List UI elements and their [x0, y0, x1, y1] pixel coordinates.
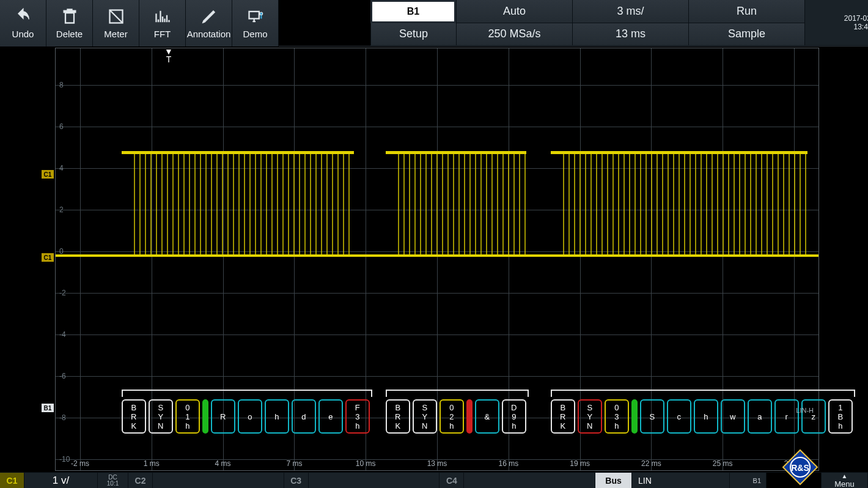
decoded-cell: 03h [605, 399, 629, 434]
sample-rate-cell[interactable]: 250 MSa/s [456, 23, 572, 46]
datetime-cell: 2017-02-08 13:49 [804, 0, 868, 46]
c4-spacer [464, 473, 595, 488]
decoded-cell: h [265, 399, 289, 434]
annotation-button[interactable]: Annotation [186, 0, 232, 46]
meter-icon [108, 8, 125, 25]
decoded-cell: S [640, 399, 664, 434]
channel-c3-button[interactable]: C3 [284, 473, 309, 488]
run-state-cell[interactable]: Run [688, 0, 804, 23]
c1-vdiv[interactable]: 1 v/ [24, 473, 98, 488]
bottom-bar: C1 1 v/ DC 10:1 C2 C3 C4 Bus LIN B1 R&S … [0, 472, 868, 488]
undo-label: Undo [12, 29, 34, 39]
decoded-cell: F3h [345, 399, 370, 434]
bus-b1-sup: B1 [730, 473, 767, 488]
channel-c2-button[interactable]: C2 [128, 473, 153, 488]
decoded-cell: 1Bh [828, 399, 853, 434]
decoded-cell: 01h [175, 399, 200, 434]
toolbar-spacer [279, 0, 334, 46]
decoded-cell: d [292, 399, 316, 434]
pencil-icon [200, 8, 218, 25]
decoded-frame[interactable]: BRKSYN02h&D9h [386, 399, 526, 434]
channel-c4-button[interactable]: C4 [440, 473, 464, 488]
decoded-cell [631, 399, 638, 434]
decoded-cell: SYN [578, 399, 602, 434]
probe-label: 10:1 [107, 481, 119, 487]
demo-label: Demo [243, 29, 267, 39]
menu-button[interactable]: ▲ Menu [822, 473, 868, 488]
svg-point-2 [260, 12, 263, 15]
meter-label: Meter [104, 29, 127, 39]
time-label: 13:49 [853, 23, 868, 31]
decoded-cell: BRK [122, 399, 146, 434]
decoded-cell: e [318, 399, 343, 434]
decoded-cell: z [801, 399, 826, 434]
decoded-cell: w [721, 399, 745, 434]
menu-label: Menu [834, 479, 855, 489]
brand-logo-area: R&S [767, 473, 822, 488]
chevron-up-icon: ▲ [842, 473, 848, 479]
decoded-cell: SYN [149, 399, 173, 434]
decoded-cell: o [238, 399, 262, 434]
rohde-schwarz-logo-icon: R&S [782, 449, 818, 486]
channel-c1-button[interactable]: C1 [0, 473, 24, 488]
demo-icon [247, 8, 264, 25]
fft-button[interactable]: FFT [139, 0, 186, 46]
decoded-cell: BRK [386, 399, 410, 434]
acq-mode-cell[interactable]: Sample [688, 23, 804, 46]
decoded-cell: D9h [502, 399, 526, 434]
decoded-cell: R [211, 399, 235, 434]
c2-spacer [153, 473, 284, 488]
decoded-frame[interactable]: BRKSYN03hSchwarz1Bh [551, 399, 853, 434]
bus-protocol-label: LIN-H [796, 407, 814, 414]
waveform-stage[interactable]: 86420-2-4-6-8-10-2 ms1 ms4 ms7 ms10 ms13… [55, 48, 819, 471]
undo-icon [15, 8, 32, 25]
decoded-cell [202, 399, 208, 434]
c1-coupling[interactable]: DC 10:1 [98, 473, 128, 488]
decoded-cell: 02h [440, 399, 464, 434]
date-label: 2017-02-08 [844, 14, 868, 23]
meter-button[interactable]: Meter [93, 0, 139, 46]
trash-icon [61, 8, 78, 25]
decoded-cell: h [694, 399, 718, 434]
setup-cell[interactable]: Setup [370, 23, 456, 46]
c1-trigger-tag[interactable]: C1 [41, 169, 54, 179]
decoded-cell: c [667, 399, 691, 434]
timebase-cell[interactable]: 3 ms/ [572, 0, 688, 23]
coupling-label: DC [108, 475, 117, 481]
acquisition-panel: B1 Auto 3 ms/ Run 2017-02-08 13:49 Setup… [370, 0, 868, 46]
decoded-cell: SYN [413, 399, 437, 434]
b1-tag[interactable]: B1 [41, 403, 54, 413]
bus-button[interactable]: Bus [595, 473, 632, 488]
fft-icon [154, 8, 171, 25]
c1-ground-tag[interactable]: C1 [41, 253, 54, 262]
decoded-cell: r [774, 399, 799, 434]
top-toolbar: Undo Delete Meter FFT Annotation Demo B1… [0, 0, 868, 46]
decoded-cell: BRK [551, 399, 575, 434]
decoded-cell: a [748, 399, 772, 434]
record-length-cell[interactable]: 13 ms [572, 23, 688, 46]
delete-button[interactable]: Delete [46, 0, 93, 46]
decoded-frame[interactable]: BRKSYN01hRohdeF3h [122, 399, 370, 434]
demo-button[interactable]: Demo [232, 0, 279, 46]
decode-row: BRKSYN01hRohdeF3hBRKSYN02h&D9hBRKSYN03hS… [56, 377, 818, 437]
decoded-cell: & [475, 399, 499, 434]
trigger-mode-cell[interactable]: Auto [456, 0, 572, 23]
settings-button[interactable] [334, 0, 370, 46]
bus-badge[interactable]: B1 [370, 0, 456, 23]
undo-button[interactable]: Undo [0, 0, 46, 46]
fft-label: FFT [154, 29, 171, 39]
toolbar-left-group: Undo Delete Meter FFT Annotation Demo [0, 0, 279, 46]
annotation-label: Annotation [187, 29, 231, 39]
c3-spacer [309, 473, 440, 488]
delete-label: Delete [56, 29, 83, 39]
gear-icon [345, 17, 359, 30]
decoded-cell [466, 399, 473, 434]
bus-type-label[interactable]: LIN [632, 473, 730, 488]
svg-rect-1 [249, 11, 259, 18]
svg-text:R&S: R&S [791, 463, 809, 473]
